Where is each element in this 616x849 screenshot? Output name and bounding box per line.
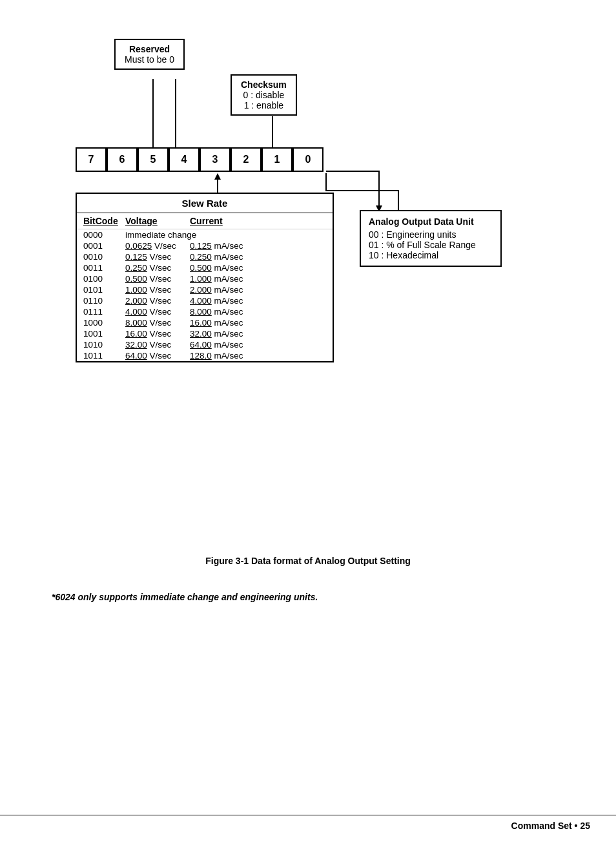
checksum-box: Checksum 0 : disable 1 : enable (231, 74, 297, 116)
slew-row-1001: 1001 16.00 V/sec 32.00 mA/sec (77, 328, 333, 339)
code-0000: 0000 (83, 230, 125, 240)
figure-caption: Figure 3-1 Data format of Analog Output … (52, 556, 564, 566)
slew-row-1010: 1010 32.00 V/sec 64.00 mA/sec (77, 339, 333, 350)
slew-row-0101: 0101 1.000 V/sec 2.000 mA/sec (77, 284, 333, 295)
slew-row-0111: 0111 4.000 V/sec 8.000 mA/sec (77, 306, 333, 317)
bit-2: 2 (231, 147, 262, 172)
checksum-title: Checksum (241, 79, 287, 90)
slew-rate-header: BitCode Voltage Current (77, 213, 333, 229)
checksum-line2: 1 : enable (241, 100, 287, 110)
imm-text: immediate change (125, 230, 326, 240)
reserved-subtitle: Must to be 0 (125, 54, 174, 65)
slew-row-1000: 1000 8.000 V/sec 16.00 mA/sec (77, 317, 333, 328)
header-code: BitCode (83, 216, 125, 226)
reserved-title: Reserved (125, 44, 174, 54)
analog-item-1: 00 : Engineering units (369, 229, 493, 240)
bit-0: 0 (293, 147, 323, 172)
analog-output-box: Analog Output Data Unit 00 : Engineering… (360, 210, 502, 267)
slew-row-1011: 1011 64.00 V/sec 128.0 mA/sec (77, 350, 333, 361)
slew-row-0001: 0001 0.0625 V/sec 0.125 mA/sec (77, 240, 333, 251)
svg-marker-4 (214, 173, 221, 180)
slew-row-0000: 0000 immediate change (77, 229, 333, 240)
slew-rate-box: Slew Rate BitCode Voltage Current 0000 i… (76, 193, 334, 362)
checksum-line1: 0 : disable (241, 90, 287, 100)
slew-row-0011: 0011 0.250 V/sec 0.500 mA/sec (77, 262, 333, 273)
footer-text: Command Set • 25 (511, 821, 590, 831)
bit-7: 7 (76, 147, 107, 172)
note-text: *6024 only supports immediate change and… (52, 592, 564, 602)
analog-output-title: Analog Output Data Unit (369, 216, 493, 227)
slew-row-0100: 0100 0.500 V/sec 1.000 mA/sec (77, 273, 333, 284)
bit-6: 6 (107, 147, 138, 172)
slew-rate-title: Slew Rate (77, 194, 333, 213)
header-voltage: Voltage (125, 216, 190, 226)
footer: Command Set • 25 (0, 815, 616, 836)
analog-item-3: 10 : Hexadecimal (369, 250, 493, 260)
slew-row-0010: 0010 0.125 V/sec 0.250 mA/sec (77, 251, 333, 262)
slew-row-0110: 0110 2.000 V/sec 4.000 mA/sec (77, 295, 333, 306)
bit-5: 5 (138, 147, 169, 172)
bit-1: 1 (262, 147, 293, 172)
bit-row: 7 6 5 4 3 2 1 0 (76, 147, 323, 172)
reserved-box: Reserved Must to be 0 (114, 39, 185, 70)
bit-4: 4 (169, 147, 200, 172)
header-current: Current (190, 216, 223, 226)
bit-3: 3 (200, 147, 231, 172)
analog-item-2: 01 : % of Full Scale Range (369, 240, 493, 250)
